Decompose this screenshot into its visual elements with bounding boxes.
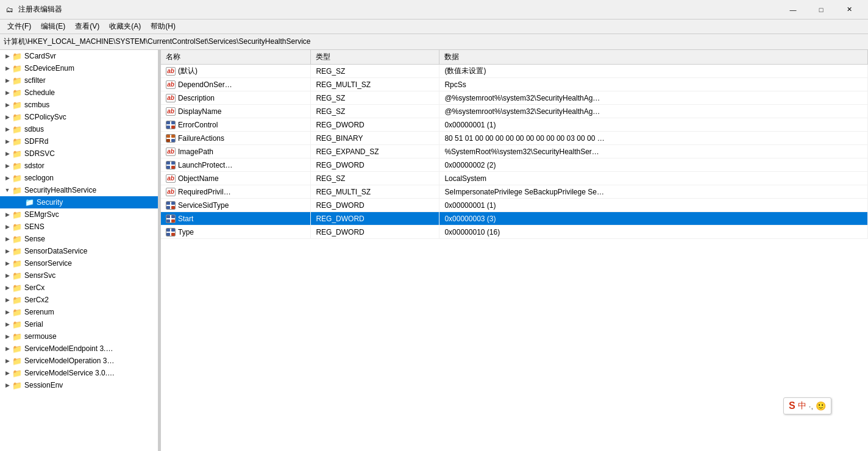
tree-item-sense[interactable]: ▶📁Sense [0,233,158,245]
tree-item-sdrsvc[interactable]: ▶📁SDRSVC [0,147,158,160]
cell-type: REG_SZ [311,105,439,118]
tree-expand-icon[interactable]: ▶ [2,102,12,108]
svg-rect-16 [166,215,170,218]
tree-expand-icon[interactable]: ▶ [2,382,12,388]
table-row[interactable]: abDisplayNameREG_SZ@%systemroot%\system3… [161,105,868,118]
tree-item-servicemodelendpoint[interactable]: ▶📁ServiceModelEndpoint 3.… [0,343,158,355]
tree-item-sensorservice[interactable]: ▶📁SensorService [0,257,158,269]
tree-item-serial[interactable]: ▶📁Serial [0,318,158,330]
tree-item-sdbus[interactable]: ▶📁sdbus [0,123,158,135]
tree-expand-icon[interactable]: ▶ [2,260,12,266]
table-header-row: 名称类型数据 [161,50,868,65]
tree-item-scdeviceenum[interactable]: ▶📁ScDeviceEnum [0,62,158,74]
tree-expand-icon[interactable]: ▶ [2,114,12,120]
tree-item-sensrsvc[interactable]: ▶📁SensrSvc [0,269,158,282]
table-row[interactable]: abDescriptionREG_SZ@%systemroot%\system3… [161,91,868,105]
tree-expand-icon[interactable]: ▶ [2,77,12,83]
tree-expand-icon[interactable]: ▶ [2,211,12,218]
tree-expand-icon[interactable]: ▶ [2,224,12,230]
tree-expand-icon[interactable]: ▶ [2,309,12,315]
tree-item-sens[interactable]: ▶📁SENS [0,221,158,233]
tree-item-label: SecurityHealthService [24,186,96,194]
svg-rect-14 [166,206,170,209]
tree-item-sermouse[interactable]: ▶📁sermouse [0,330,158,343]
tree-item-sensordataservice[interactable]: ▶📁SensorDataService [0,245,158,257]
tree-expand-icon[interactable]: ▶ [2,370,12,376]
tree-item-sessionenv[interactable]: ▶📁SessionEnv [0,379,158,391]
table-row[interactable]: LaunchProtect…REG_DWORD0x00000002 (2) [161,158,868,172]
tree-item-scardsvr[interactable]: ▶📁SCardSvr [0,50,158,62]
tree-expand-icon[interactable]: ▶ [2,53,12,59]
table-row[interactable]: ServiceSidTypeREG_DWORD0x00000001 (1) [161,199,868,212]
reg-value-icon: ab [166,94,176,102]
maximize-button[interactable]: □ [807,0,835,20]
tree-expand-icon[interactable]: ▶ [2,138,12,144]
tree-item-sdfrd[interactable]: ▶📁SDFRd [0,135,158,147]
tree-expand-icon[interactable]: ▶ [2,297,12,303]
reg-value-icon: ab [166,188,176,196]
svg-rect-12 [166,202,170,205]
menu-item-file[interactable]: 文件(F) [2,20,36,33]
folder-icon: 📁 [12,283,22,293]
menu-item-edit[interactable]: 编辑(E) [36,20,70,33]
tree-item-seclogon[interactable]: ▶📁seclogon [0,172,158,184]
menu-item-view[interactable]: 查看(V) [70,20,104,33]
menu-item-help[interactable]: 帮助(H) [146,20,180,33]
tree-expand-icon[interactable]: ▼ [2,187,12,193]
tree-expand-icon[interactable]: ▶ [2,272,12,279]
tree-expand-icon[interactable]: ▶ [2,285,12,291]
table-row[interactable]: StartREG_DWORD0x00000003 (3) [161,212,868,226]
cell-name: LaunchProtect… [161,158,311,172]
tree-item-scfilter[interactable]: ▶📁scfilter [0,74,158,87]
minimize-button[interactable]: — [779,0,807,20]
tree-expand-icon[interactable]: ▶ [2,65,12,71]
close-button[interactable]: ✕ [835,0,863,20]
tree-item-sercx2[interactable]: ▶📁SerCx2 [0,294,158,306]
tree-item-label: SDRSVC [24,149,55,158]
table-row[interactable]: ab(默认)REG_SZ(数值未设置) [161,65,868,78]
tree-item-schedule[interactable]: ▶📁Schedule [0,87,158,99]
cell-type: REG_EXPAND_SZ [311,145,439,158]
table-row[interactable]: abRequiredPrivil…REG_MULTI_SZSeImpersona… [161,185,868,199]
table-row[interactable]: abObjectNameREG_SZLocalSystem [161,172,868,185]
menu-item-favorites[interactable]: 收藏夹(A) [104,20,146,33]
tree-expand-icon[interactable]: ▶ [2,163,12,169]
tree-item-sercx[interactable]: ▶📁SerCx [0,282,158,294]
cell-name-text: LaunchProtect… [178,161,232,169]
tree-item-sdstor[interactable]: ▶📁sdstor [0,160,158,172]
tree-item-servicemodelservice[interactable]: ▶📁ServiceModelService 3.0.… [0,367,158,379]
table-row[interactable]: ErrorControlREG_DWORD0x00000001 (1) [161,118,868,132]
svg-rect-19 [171,219,175,222]
folder-icon: 📁 [12,246,22,256]
cell-name: ab(默认) [161,65,311,78]
table-row[interactable]: abDependOnSer…REG_MULTI_SZRpcSs [161,78,868,91]
table-row[interactable]: TypeREG_DWORD0x00000010 (16) [161,226,868,239]
tree-item-servicemodeloperation[interactable]: ▶📁ServiceModelOperation 3… [0,355,158,367]
folder-icon: 📁 [12,344,22,353]
tree-expand-icon[interactable]: ▶ [2,346,12,352]
ime-chinese-label: 中 [798,400,806,411]
tree-item-securityhealthservice[interactable]: ▼📁SecurityHealthService [0,184,158,196]
tree-expand-icon[interactable]: ▶ [2,236,12,242]
table-row[interactable]: FailureActionsREG_BINARY80 51 01 00 00 0… [161,132,868,145]
cell-name-text: (默认) [178,66,197,76]
tree-item-serenum[interactable]: ▶📁Serenum [0,306,158,318]
tree-expand-icon[interactable]: ▶ [2,151,12,157]
folder-icon: 📁 [12,185,22,195]
tree-expand-icon[interactable]: ▶ [2,321,12,327]
tree-item-security[interactable]: 📁Security [0,196,158,208]
tree-item-semgrsvc[interactable]: ▶📁SEMgrSvc [0,208,158,221]
tree-item-scpolicysvc[interactable]: ▶📁SCPolicySvc [0,111,158,123]
tree-expand-icon[interactable]: ▶ [2,90,12,96]
ime-indicator[interactable]: S 中 ·, 🙂 [783,397,831,414]
table-row[interactable]: abImagePathREG_EXPAND_SZ%SystemRoot%\sys… [161,145,868,158]
cell-name-text: RequiredPrivil… [178,188,231,196]
cell-name: Type [161,226,311,239]
tree-item-scmbus[interactable]: ▶📁scmbus [0,99,158,111]
tree-expand-icon[interactable]: ▶ [2,126,12,132]
tree-expand-icon[interactable]: ▶ [2,248,12,254]
tree-panel[interactable]: ▶📁SCardSvr▶📁ScDeviceEnum▶📁scfilter▶📁Sche… [0,50,158,451]
tree-expand-icon[interactable]: ▶ [2,333,12,339]
tree-expand-icon[interactable]: ▶ [2,175,12,181]
tree-expand-icon[interactable]: ▶ [2,358,12,364]
